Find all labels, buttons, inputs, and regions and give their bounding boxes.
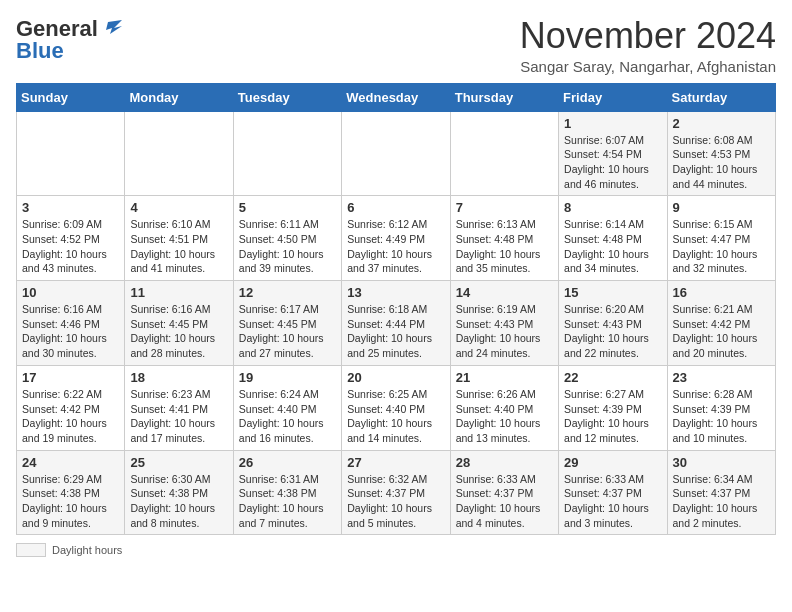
day-info: Sunrise: 6:26 AMSunset: 4:40 PMDaylight:… <box>456 387 553 446</box>
day-info: Sunrise: 6:19 AMSunset: 4:43 PMDaylight:… <box>456 302 553 361</box>
day-info: Sunrise: 6:27 AMSunset: 4:39 PMDaylight:… <box>564 387 661 446</box>
calendar-cell: 19Sunrise: 6:24 AMSunset: 4:40 PMDayligh… <box>233 365 341 450</box>
daylight-label: Daylight hours <box>52 544 122 556</box>
day-info: Sunrise: 6:10 AMSunset: 4:51 PMDaylight:… <box>130 217 227 276</box>
day-number: 16 <box>673 285 770 300</box>
weekday-header-saturday: Saturday <box>667 83 775 111</box>
calendar-cell: 4Sunrise: 6:10 AMSunset: 4:51 PMDaylight… <box>125 196 233 281</box>
calendar-cell: 5Sunrise: 6:11 AMSunset: 4:50 PMDaylight… <box>233 196 341 281</box>
day-info: Sunrise: 6:12 AMSunset: 4:49 PMDaylight:… <box>347 217 444 276</box>
daylight-swatch <box>16 543 46 557</box>
day-number: 21 <box>456 370 553 385</box>
day-info: Sunrise: 6:28 AMSunset: 4:39 PMDaylight:… <box>673 387 770 446</box>
weekday-header-tuesday: Tuesday <box>233 83 341 111</box>
day-number: 17 <box>22 370 119 385</box>
calendar-cell: 14Sunrise: 6:19 AMSunset: 4:43 PMDayligh… <box>450 281 558 366</box>
day-number: 20 <box>347 370 444 385</box>
calendar-cell: 26Sunrise: 6:31 AMSunset: 4:38 PMDayligh… <box>233 450 341 535</box>
weekday-header-friday: Friday <box>559 83 667 111</box>
svg-marker-0 <box>106 20 122 34</box>
day-number: 29 <box>564 455 661 470</box>
day-info: Sunrise: 6:17 AMSunset: 4:45 PMDaylight:… <box>239 302 336 361</box>
day-number: 3 <box>22 200 119 215</box>
calendar-cell: 12Sunrise: 6:17 AMSunset: 4:45 PMDayligh… <box>233 281 341 366</box>
calendar-cell: 9Sunrise: 6:15 AMSunset: 4:47 PMDaylight… <box>667 196 775 281</box>
logo-blue: Blue <box>16 38 64 64</box>
weekday-header-sunday: Sunday <box>17 83 125 111</box>
calendar-cell: 8Sunrise: 6:14 AMSunset: 4:48 PMDaylight… <box>559 196 667 281</box>
calendar-cell: 3Sunrise: 6:09 AMSunset: 4:52 PMDaylight… <box>17 196 125 281</box>
calendar-cell: 22Sunrise: 6:27 AMSunset: 4:39 PMDayligh… <box>559 365 667 450</box>
calendar-cell: 21Sunrise: 6:26 AMSunset: 4:40 PMDayligh… <box>450 365 558 450</box>
weekday-header-wednesday: Wednesday <box>342 83 450 111</box>
calendar-cell: 20Sunrise: 6:25 AMSunset: 4:40 PMDayligh… <box>342 365 450 450</box>
calendar-cell: 1Sunrise: 6:07 AMSunset: 4:54 PMDaylight… <box>559 111 667 196</box>
day-number: 30 <box>673 455 770 470</box>
calendar-table: SundayMondayTuesdayWednesdayThursdayFrid… <box>16 83 776 536</box>
day-info: Sunrise: 6:29 AMSunset: 4:38 PMDaylight:… <box>22 472 119 531</box>
calendar-cell: 16Sunrise: 6:21 AMSunset: 4:42 PMDayligh… <box>667 281 775 366</box>
day-info: Sunrise: 6:33 AMSunset: 4:37 PMDaylight:… <box>564 472 661 531</box>
day-info: Sunrise: 6:16 AMSunset: 4:45 PMDaylight:… <box>130 302 227 361</box>
calendar-cell: 25Sunrise: 6:30 AMSunset: 4:38 PMDayligh… <box>125 450 233 535</box>
calendar-week-2: 3Sunrise: 6:09 AMSunset: 4:52 PMDaylight… <box>17 196 776 281</box>
calendar-cell: 30Sunrise: 6:34 AMSunset: 4:37 PMDayligh… <box>667 450 775 535</box>
calendar-cell: 28Sunrise: 6:33 AMSunset: 4:37 PMDayligh… <box>450 450 558 535</box>
calendar-cell: 6Sunrise: 6:12 AMSunset: 4:49 PMDaylight… <box>342 196 450 281</box>
calendar-week-1: 1Sunrise: 6:07 AMSunset: 4:54 PMDaylight… <box>17 111 776 196</box>
day-number: 5 <box>239 200 336 215</box>
day-info: Sunrise: 6:11 AMSunset: 4:50 PMDaylight:… <box>239 217 336 276</box>
day-number: 15 <box>564 285 661 300</box>
footer: Daylight hours <box>16 543 776 557</box>
calendar-header-row: SundayMondayTuesdayWednesdayThursdayFrid… <box>17 83 776 111</box>
page-title: November 2024 <box>520 16 776 56</box>
day-info: Sunrise: 6:32 AMSunset: 4:37 PMDaylight:… <box>347 472 444 531</box>
day-number: 9 <box>673 200 770 215</box>
calendar-cell: 23Sunrise: 6:28 AMSunset: 4:39 PMDayligh… <box>667 365 775 450</box>
day-number: 28 <box>456 455 553 470</box>
day-info: Sunrise: 6:14 AMSunset: 4:48 PMDaylight:… <box>564 217 661 276</box>
calendar-week-4: 17Sunrise: 6:22 AMSunset: 4:42 PMDayligh… <box>17 365 776 450</box>
day-info: Sunrise: 6:24 AMSunset: 4:40 PMDaylight:… <box>239 387 336 446</box>
calendar-cell: 27Sunrise: 6:32 AMSunset: 4:37 PMDayligh… <box>342 450 450 535</box>
day-info: Sunrise: 6:22 AMSunset: 4:42 PMDaylight:… <box>22 387 119 446</box>
header: General Blue November 2024 Sangar Saray,… <box>16 16 776 75</box>
day-info: Sunrise: 6:16 AMSunset: 4:46 PMDaylight:… <box>22 302 119 361</box>
calendar-cell: 13Sunrise: 6:18 AMSunset: 4:44 PMDayligh… <box>342 281 450 366</box>
day-info: Sunrise: 6:09 AMSunset: 4:52 PMDaylight:… <box>22 217 119 276</box>
day-number: 10 <box>22 285 119 300</box>
day-number: 8 <box>564 200 661 215</box>
day-number: 13 <box>347 285 444 300</box>
day-number: 18 <box>130 370 227 385</box>
calendar-cell <box>17 111 125 196</box>
day-number: 6 <box>347 200 444 215</box>
day-number: 11 <box>130 285 227 300</box>
calendar-cell: 2Sunrise: 6:08 AMSunset: 4:53 PMDaylight… <box>667 111 775 196</box>
calendar-cell: 17Sunrise: 6:22 AMSunset: 4:42 PMDayligh… <box>17 365 125 450</box>
day-info: Sunrise: 6:18 AMSunset: 4:44 PMDaylight:… <box>347 302 444 361</box>
logo: General Blue <box>16 16 122 64</box>
day-number: 19 <box>239 370 336 385</box>
calendar-cell: 10Sunrise: 6:16 AMSunset: 4:46 PMDayligh… <box>17 281 125 366</box>
day-info: Sunrise: 6:33 AMSunset: 4:37 PMDaylight:… <box>456 472 553 531</box>
day-number: 4 <box>130 200 227 215</box>
day-info: Sunrise: 6:23 AMSunset: 4:41 PMDaylight:… <box>130 387 227 446</box>
calendar-cell <box>450 111 558 196</box>
calendar-cell: 7Sunrise: 6:13 AMSunset: 4:48 PMDaylight… <box>450 196 558 281</box>
day-info: Sunrise: 6:07 AMSunset: 4:54 PMDaylight:… <box>564 133 661 192</box>
logo-bird-icon <box>100 18 122 40</box>
day-info: Sunrise: 6:21 AMSunset: 4:42 PMDaylight:… <box>673 302 770 361</box>
day-number: 27 <box>347 455 444 470</box>
day-number: 7 <box>456 200 553 215</box>
day-number: 26 <box>239 455 336 470</box>
day-number: 25 <box>130 455 227 470</box>
day-number: 1 <box>564 116 661 131</box>
calendar-cell: 11Sunrise: 6:16 AMSunset: 4:45 PMDayligh… <box>125 281 233 366</box>
calendar-cell <box>342 111 450 196</box>
calendar-cell: 18Sunrise: 6:23 AMSunset: 4:41 PMDayligh… <box>125 365 233 450</box>
calendar-week-3: 10Sunrise: 6:16 AMSunset: 4:46 PMDayligh… <box>17 281 776 366</box>
day-info: Sunrise: 6:31 AMSunset: 4:38 PMDaylight:… <box>239 472 336 531</box>
day-info: Sunrise: 6:34 AMSunset: 4:37 PMDaylight:… <box>673 472 770 531</box>
day-info: Sunrise: 6:20 AMSunset: 4:43 PMDaylight:… <box>564 302 661 361</box>
day-number: 14 <box>456 285 553 300</box>
